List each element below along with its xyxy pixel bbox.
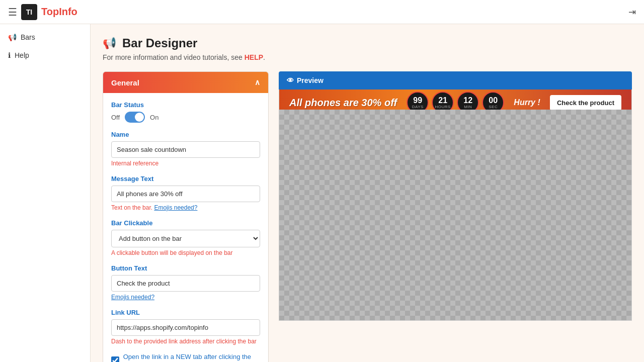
countdown-hours-label: HOURS — [435, 105, 451, 109]
sidebar-item-help[interactable]: ℹ Help — [0, 46, 90, 64]
help-icon: ℹ — [8, 51, 11, 59]
name-hint: Internal reference — [111, 160, 260, 167]
emojis-link-1[interactable]: Emojis needed? — [154, 204, 197, 211]
new-tab-group: Open the link in a NEW tab after clickin… — [111, 353, 260, 362]
message-text-label: Message Text — [111, 175, 260, 183]
countdown-days-value: 99 — [413, 97, 422, 105]
bar-status-label: Bar Status — [111, 101, 260, 109]
link-url-hint: Dash to the provided link address after … — [111, 338, 260, 345]
bars-icon: 📢 — [8, 33, 17, 41]
button-text-group: Button Text Emojis needed? — [111, 264, 260, 301]
main-content: 📢 Bar Designer For more information and … — [91, 24, 644, 362]
bar-cta-button[interactable]: Check the product — [550, 95, 621, 111]
sidebar-item-bars[interactable]: 📢 Bars — [0, 28, 90, 46]
countdown-min-value: 12 — [463, 97, 472, 105]
message-text-input[interactable] — [111, 186, 260, 202]
countdown-hours-value: 21 — [438, 97, 447, 105]
emojis-link-2[interactable]: Emojis needed? — [111, 294, 154, 301]
new-tab-label[interactable]: Open the link in a NEW tab after clickin… — [123, 353, 260, 362]
link-url-group: Link URL Dash to the provided link addre… — [111, 309, 260, 345]
name-input[interactable] — [111, 141, 260, 158]
countdown-sec-label: SEC — [489, 105, 498, 109]
countdown-days-label: DAYS — [412, 105, 424, 109]
page-header-icon: 📢 — [103, 37, 116, 50]
page-title: Bar Designer — [122, 36, 197, 50]
general-panel-header[interactable]: General ∧ — [103, 72, 268, 93]
page-header: 📢 Bar Designer — [103, 36, 632, 50]
preview-panel: 👁 Preview All phones are 30% off 99 DAYS — [279, 71, 632, 362]
name-label: Name — [111, 131, 260, 138]
new-tab-checkbox-row: Open the link in a NEW tab after clickin… — [111, 353, 260, 362]
countdown-sec-value: 00 — [489, 97, 498, 105]
message-text-hint: Text on the bar. Emojis needed? — [111, 204, 260, 211]
preview-label: Preview — [297, 76, 324, 84]
general-panel-title: General — [111, 78, 139, 87]
sidebar: 📢 Bars ℹ Help — [0, 24, 91, 362]
button-text-hint: Emojis needed? — [111, 294, 260, 301]
message-text-group: Message Text Text on the bar. Emojis nee… — [111, 175, 260, 211]
bar-status-group: Bar Status Off On — [111, 101, 260, 123]
countdown-min-label: MIN — [464, 105, 472, 109]
bar-clickable-select[interactable]: Add button on the bar Make entire bar cl… — [111, 230, 260, 247]
bar-message: All phones are 30% off — [289, 97, 397, 109]
general-panel: General ∧ Bar Status Off On — [103, 71, 269, 362]
sidebar-item-bars-label: Bars — [21, 33, 35, 41]
preview-content: All phones are 30% off 99 DAYS 21 HOURS — [279, 89, 632, 321]
checkerboard-bg — [279, 110, 631, 321]
collapse-icon: ∧ — [255, 78, 260, 87]
link-url-input[interactable] — [111, 319, 260, 336]
top-navigation: ☰ TI TopInfo ⇥ — [0, 0, 644, 24]
general-panel-body: Bar Status Off On Name — [103, 93, 268, 362]
link-url-label: Link URL — [111, 309, 260, 316]
bar-clickable-group: Bar Clickable Add button on the bar Make… — [111, 219, 260, 256]
bar-hurry-text: Hurry ! — [514, 98, 540, 107]
bar-clickable-label: Bar Clickable — [111, 219, 260, 227]
preview-eye-icon: 👁 — [287, 76, 294, 84]
app-title: TopInfo — [41, 6, 77, 18]
app-logo: TI — [21, 4, 37, 20]
bar-clickable-hint: A clickable button will be displayed on … — [111, 249, 260, 256]
two-column-layout: General ∧ Bar Status Off On — [103, 71, 632, 362]
button-text-input[interactable] — [111, 275, 260, 292]
off-label: Off — [111, 114, 120, 121]
help-link[interactable]: HELP — [245, 53, 263, 61]
new-tab-checkbox[interactable] — [111, 356, 119, 362]
name-group: Name Internal reference — [111, 131, 260, 167]
preview-header: 👁 Preview — [279, 71, 632, 89]
sidebar-item-help-label: Help — [15, 51, 29, 59]
on-label: On — [150, 114, 158, 121]
exit-icon[interactable]: ⇥ — [628, 7, 636, 18]
bar-status-toggle-row: Off On — [111, 112, 260, 123]
button-text-label: Button Text — [111, 264, 260, 272]
logo-text: TI — [26, 8, 32, 16]
page-subtext: For more information and video tutorials… — [103, 53, 632, 61]
hamburger-icon[interactable]: ☰ — [8, 6, 17, 18]
bar-status-toggle[interactable] — [125, 112, 145, 123]
